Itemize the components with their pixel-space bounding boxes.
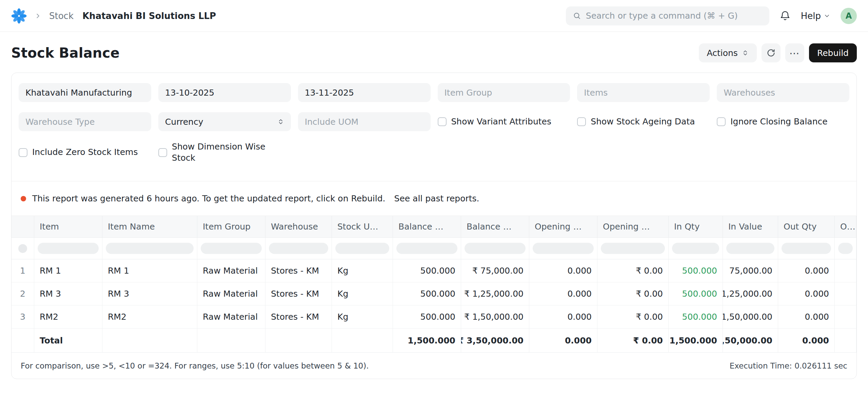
currency-select[interactable]: Currency [158,112,291,131]
help-menu[interactable]: Help [801,11,830,21]
company-filter[interactable] [19,83,151,102]
cell-balance-value[interactable]: ₹ 1,25,000.00 [461,282,529,305]
column-filter-input-balance-value[interactable] [465,243,526,254]
checkbox-show-stock-ageing-data[interactable]: Show Stock Ageing Data [577,116,710,127]
column-header-out-qty[interactable]: Out Qty [778,216,835,238]
cell-opening-qty[interactable]: 0.000 [529,305,597,329]
item-group-filter[interactable] [438,83,570,102]
column-header-balance-qty[interactable]: Balance Qty [393,216,461,238]
site-title[interactable]: Khatavahi BI Solutions LLP [82,11,216,21]
cell-in-value[interactable]: 1,25,000.00 [723,282,778,305]
checkbox-include-zero-stock-items[interactable]: Include Zero Stock Items [19,147,151,158]
cell-balance-qty[interactable]: 500.000 [393,259,461,282]
from-date-filter[interactable] [158,83,291,102]
cell-opening-value[interactable]: ₹ 0.00 [597,259,669,282]
cell-balance-qty[interactable]: 500.000 [393,282,461,305]
column-header-stock-uom[interactable]: Stock UOM [332,216,393,238]
cell-item-name[interactable]: RM2 [102,305,197,329]
cell-in-value[interactable]: 75,000.00 [723,259,778,282]
item-group-filter-input[interactable] [445,88,564,98]
cell-item[interactable]: RM2 [34,305,102,329]
cell-opening-qty[interactable]: 0.000 [529,259,597,282]
cell-balance-value[interactable]: ₹ 1,50,000.00 [461,305,529,329]
cell-stock-uom[interactable]: Kg [332,282,393,305]
breadcrumb-stock-link[interactable]: Stock [49,11,74,21]
column-filter-input-opening-qty[interactable] [533,243,594,254]
column-filter-input-out-value[interactable] [838,243,853,254]
cell-in-value[interactable]: 1,50,000.00 [723,305,778,329]
cell-warehouse[interactable]: Stores - KM [265,305,332,329]
column-filter-input-opening-value[interactable] [601,243,665,254]
items-filter[interactable] [577,83,710,102]
cell-stock-uom[interactable]: Kg [332,305,393,329]
items-filter-input[interactable] [584,88,703,98]
checkbox-icon[interactable] [717,117,726,126]
cell-out-value[interactable] [835,259,856,282]
cell-item-group[interactable]: Raw Material [197,305,265,329]
refresh-button[interactable] [762,43,781,62]
checkbox-icon[interactable] [438,117,447,126]
past-reports-link[interactable]: See all past reports. [394,194,479,203]
column-filter-input-in-qty[interactable] [672,243,719,254]
checkbox-icon[interactable] [577,117,586,126]
cell-in-qty[interactable]: 500.000 [669,282,723,305]
cell-out-qty[interactable]: 0.000 [778,282,835,305]
cell-in-qty[interactable]: 500.000 [669,305,723,329]
column-header-item[interactable]: Item [34,216,102,238]
checkbox-icon[interactable] [19,148,27,157]
cell-item-group[interactable]: Raw Material [197,282,265,305]
cell-opening-value[interactable]: ₹ 0.00 [597,305,669,329]
column-filter-input-item-group[interactable] [201,243,262,254]
column-filter-input-out-qty[interactable] [782,243,831,254]
column-header-warehouse[interactable]: Warehouse [265,216,332,238]
column-header-out-value[interactable]: Out Value [835,216,856,238]
checkbox-icon[interactable] [158,148,167,157]
column-header-opening-value[interactable]: Opening Value [597,216,669,238]
cell-warehouse[interactable]: Stores - KM [265,282,332,305]
column-filter-input-item[interactable] [38,243,99,254]
notifications-button[interactable] [780,10,791,21]
column-filter-input-warehouse[interactable] [269,243,328,254]
to-date-filter[interactable] [298,83,431,102]
cell-in-qty[interactable]: 500.000 [669,259,723,282]
warehouses-filter-input[interactable] [724,88,843,98]
cell-opening-value[interactable]: ₹ 0.00 [597,282,669,305]
cell-item-name[interactable]: RM 3 [102,282,197,305]
column-header-item-name[interactable]: Item Name [102,216,197,238]
column-header-index[interactable] [12,216,34,238]
column-filter-input-balance-qty[interactable] [396,243,457,254]
global-search-input[interactable] [586,11,763,21]
cell-out-qty[interactable]: 0.000 [778,259,835,282]
frappe-logo-icon[interactable] [11,8,27,24]
cell-warehouse[interactable]: Stores - KM [265,259,332,282]
checkbox-show-variant-attributes[interactable]: Show Variant Attributes [438,116,570,127]
checkbox-show-dimension-wise-stock[interactable]: Show Dimension Wise Stock [158,141,291,163]
user-avatar[interactable]: A [841,8,857,24]
column-header-in-value[interactable]: In Value [723,216,778,238]
cell-item-name[interactable]: RM 1 [102,259,197,282]
include-uom-filter-input[interactable] [305,117,424,127]
column-filter-input-stock-uom[interactable] [335,243,389,254]
column-header-item-group[interactable]: Item Group [197,216,265,238]
cell-opening-qty[interactable]: 0.000 [529,282,597,305]
more-options-button[interactable]: ⋯ [785,43,804,62]
cell-out-qty[interactable]: 0.000 [778,305,835,329]
cell-out-value[interactable] [835,282,856,305]
warehouses-filter[interactable] [717,83,849,102]
column-header-opening-qty[interactable]: Opening Qty [529,216,597,238]
from-date-input[interactable] [165,88,284,98]
cell-out-value[interactable] [835,305,856,329]
column-header-in-qty[interactable]: In Qty [669,216,723,238]
cell-stock-uom[interactable]: Kg [332,259,393,282]
global-search[interactable] [566,6,769,25]
cell-balance-qty[interactable]: 500.000 [393,305,461,329]
column-filter-input-item-name[interactable] [106,243,194,254]
column-filter-input-in-value[interactable] [726,243,774,254]
include-uom-filter[interactable] [298,112,431,131]
rebuild-button[interactable]: Rebuild [809,43,857,62]
to-date-input[interactable] [305,88,424,98]
cell-item[interactable]: RM 1 [34,259,102,282]
cell-item[interactable]: RM 3 [34,282,102,305]
actions-button[interactable]: Actions [699,43,757,62]
cell-item-group[interactable]: Raw Material [197,259,265,282]
